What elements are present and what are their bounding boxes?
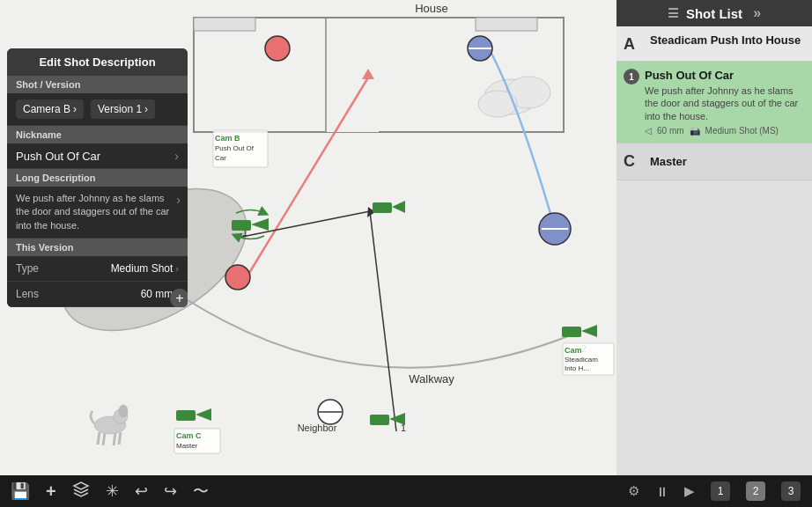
svg-line-46 [114,433,115,445]
svg-rect-31 [176,410,196,421]
shot-b-badge: 1 [624,69,639,84]
svg-point-48 [119,405,128,417]
camera-b-label: Camera B [23,103,70,115]
svg-text:Cam B: Cam B [215,134,240,143]
shot-b-description: We push after Johnny as he slams the doo… [645,84,805,122]
version-1-label: Version 1 [98,103,142,115]
right-panel: ☰ Shot List » A Steadicam Push Into Hous… [616,0,812,507]
play-icon[interactable]: ▶ [684,483,695,499]
lens-meta-icon: ◁ [645,126,652,136]
pause-icon[interactable]: ⏸ [655,484,668,499]
shot-b-type: Medium Shot (MS) [705,126,779,136]
redo-icon[interactable]: ↪ [164,481,177,501]
svg-rect-23 [476,18,537,31]
shot-a-letter: A [624,35,643,54]
svg-text:Into H...: Into H... [565,364,589,372]
undo-icon[interactable]: ↩ [135,481,148,501]
right-toolbar: ⚙ ⏸ ▶ 1 2 3 [616,475,812,507]
long-desc-value: We push after Johnny as he slams the doo… [16,193,169,231]
svg-rect-33 [370,415,389,425]
chevron-right-icon-3: › [174,149,179,163]
svg-point-37 [225,265,250,290]
shot-b-title: Push Out Of Car [645,69,805,82]
shot-item-c[interactable]: C Master [616,143,812,180]
nickname-label: Nickname [7,126,188,143]
panel-expand-icon[interactable]: » [753,5,761,21]
wave-icon[interactable]: 〜 [193,481,209,502]
shot-c-title: Master [650,155,687,168]
chevron-right-icon-5: › [175,263,179,274]
add-button[interactable]: + [170,289,188,307]
shot-item-b[interactable]: 1 Push Out Of Car We push after Johnny a… [616,62,812,143]
svg-point-34 [265,36,290,61]
svg-rect-2 [326,110,379,132]
shot-b-lens: 60 mm [657,126,684,136]
svg-text:Steadicam: Steadicam [565,356,598,364]
add-icon[interactable]: + [46,481,56,502]
svg-text:Cam: Cam [565,346,582,355]
camera-b-button[interactable]: Camera B › [16,99,84,119]
gear-icon[interactable]: ⚙ [628,483,639,499]
save-icon[interactable]: 💾 [11,481,30,501]
edit-panel-title: Edit Shot Description [7,48,188,76]
panel-header: ☰ Shot List » [616,0,812,26]
svg-rect-25 [232,220,251,231]
svg-text:Cam C: Cam C [176,431,202,440]
svg-text:Neighbor: Neighbor [298,422,337,433]
lens-row[interactable]: Lens 60 mm › + [7,282,188,307]
shot-b-meta: ◁ 60 mm 📷 Medium Shot (MS) [645,126,805,136]
svg-line-45 [103,433,105,445]
lens-label: Lens [16,288,141,300]
chevron-right-icon-4: › [176,192,181,209]
svg-line-47 [119,432,121,445]
edit-shot-panel: Edit Shot Description Shot / Version Cam… [7,48,188,307]
shot-version-label: Shot / Version [7,76,188,93]
version-row[interactable]: Camera B › Version 1 › [7,93,188,126]
chevron-right-icon: › [73,103,77,115]
shot-c-letter: C [624,152,643,171]
asterisk-icon[interactable]: ✳ [106,481,119,501]
nickname-value: Push Out Of Car [16,150,100,163]
svg-rect-27 [373,202,392,213]
bottom-toolbar: 💾 + ✳ ↩ ↪ 〜 [0,475,616,507]
panel-title: Shot List [686,6,742,21]
svg-rect-22 [194,18,255,31]
svg-text:Car: Car [215,154,226,162]
page-2-button[interactable]: 2 [746,481,765,501]
layers-icon[interactable] [72,481,90,503]
camera-meta-icon: 📷 [690,126,700,136]
this-version-label: This Version [7,239,188,256]
svg-text:Master: Master [176,442,198,450]
svg-rect-29 [562,327,581,337]
svg-line-44 [98,432,100,445]
type-label: Type [16,262,111,275]
page-1-button[interactable]: 1 [711,481,730,501]
svg-text:Push Out Of: Push Out Of [215,144,255,152]
version-1-button[interactable]: Version 1 › [91,99,155,119]
shot-item-a[interactable]: A Steadicam Push Into House [616,26,812,62]
shot-a-title: Steadicam Push Into House [650,33,805,47]
svg-text:House: House [415,2,448,15]
long-description-text[interactable]: We push after Johnny as he slams the doo… [7,187,188,239]
page-3-button[interactable]: 3 [781,481,801,501]
chevron-right-icon-2: › [144,103,148,115]
svg-text:Walkway: Walkway [409,372,454,386]
list-icon: ☰ [668,6,679,20]
type-row[interactable]: Type Medium Shot › [7,256,188,282]
long-description-label: Long Description [7,169,188,187]
type-value: Medium Shot › [111,262,179,275]
nickname-row[interactable]: Push Out Of Car › [7,143,188,169]
